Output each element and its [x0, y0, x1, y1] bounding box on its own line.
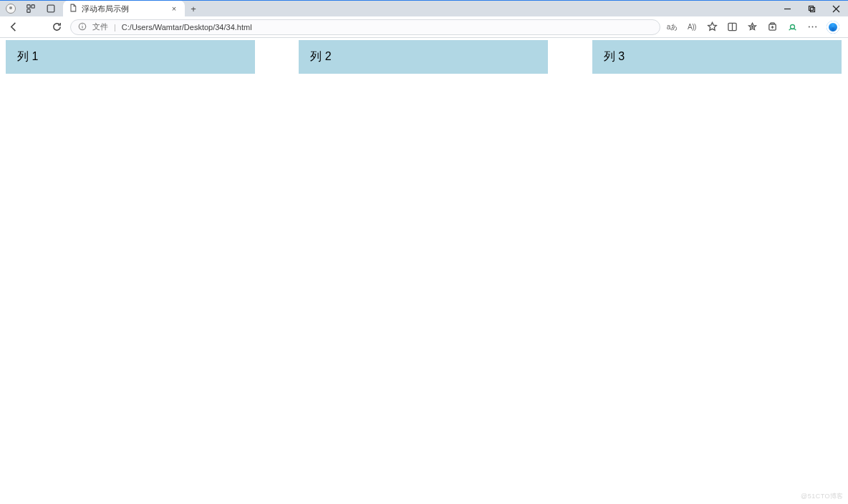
tab-actions-icon[interactable]	[46, 4, 56, 14]
collections-icon[interactable]	[766, 21, 778, 33]
column-2: 列 2	[299, 40, 548, 74]
svg-rect-0	[27, 5, 30, 8]
toolbar-actions: aあ A))	[666, 21, 842, 34]
translate-icon[interactable]: aあ	[666, 21, 678, 33]
minimize-button[interactable]	[775, 1, 799, 16]
file-icon	[69, 4, 77, 14]
profile-icon[interactable]	[6, 4, 16, 14]
copilot-icon[interactable]	[827, 21, 839, 34]
new-tab-button[interactable]: +	[185, 1, 202, 16]
column-1: 列 1	[6, 40, 255, 74]
split-screen-icon[interactable]	[726, 21, 738, 33]
back-button[interactable]	[6, 19, 21, 35]
close-window-button[interactable]	[824, 1, 848, 16]
title-bar: 浮动布局示例 × +	[0, 1, 848, 16]
browser-toolbar: 文件 | C:/Users/Wamtar/Desktop/34/34.html …	[0, 16, 848, 38]
workspaces-icon[interactable]	[26, 4, 36, 14]
svg-point-22	[815, 26, 816, 28]
svg-rect-3	[47, 5, 54, 12]
titlebar-left-icons	[0, 1, 63, 16]
extensions-icon[interactable]	[786, 21, 798, 33]
read-aloud-icon[interactable]: A))	[686, 21, 698, 33]
watermark: @51CTO博客	[801, 492, 844, 501]
address-separator: |	[114, 23, 116, 32]
titlebar-spacer	[202, 1, 775, 16]
page-viewport: 列 1 列 2 列 3 @51CTO博客	[0, 38, 848, 504]
address-path: C:/Users/Wamtar/Desktop/34/34.html	[122, 23, 252, 32]
favorite-star-icon[interactable]	[706, 21, 718, 33]
tab-title: 浮动布局示例	[82, 4, 165, 14]
column-3: 列 3	[592, 40, 842, 74]
svg-rect-6	[810, 7, 814, 11]
tab-close-button[interactable]: ×	[169, 4, 179, 13]
maximize-button[interactable]	[799, 1, 824, 16]
address-type-label: 文件	[92, 21, 108, 32]
svg-point-11	[82, 24, 82, 24]
svg-point-20	[808, 26, 809, 28]
favorites-icon[interactable]	[746, 21, 758, 33]
svg-rect-2	[27, 9, 30, 12]
svg-point-21	[811, 26, 813, 28]
svg-rect-1	[32, 5, 34, 8]
settings-menu-icon[interactable]	[806, 21, 818, 33]
address-bar[interactable]: 文件 | C:/Users/Wamtar/Desktop/34/34.html	[70, 19, 660, 35]
page-info-icon[interactable]	[78, 22, 87, 32]
refresh-button[interactable]	[49, 19, 64, 35]
browser-tab[interactable]: 浮动布局示例 ×	[63, 1, 185, 16]
svg-rect-5	[809, 6, 813, 10]
window-controls	[775, 1, 848, 16]
